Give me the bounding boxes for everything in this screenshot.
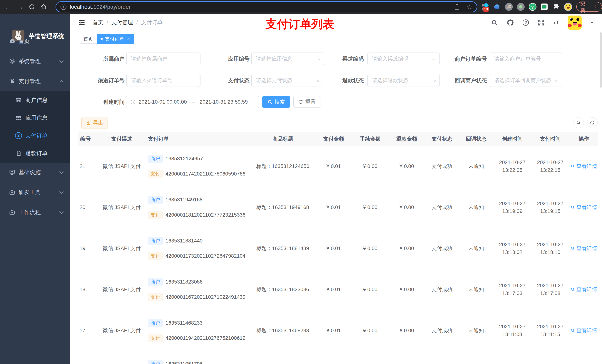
help-icon[interactable]: ? <box>523 20 529 26</box>
merchant-order-no-input[interactable] <box>490 52 562 65</box>
cell-create-time: 2021-10-27 13:17:03 <box>493 269 531 310</box>
channel-order-no-input[interactable] <box>127 74 201 87</box>
dashboard-icon <box>9 38 16 45</box>
cell-pay-status: 支付成功 <box>425 146 459 187</box>
fullscreen-icon[interactable] <box>538 19 545 26</box>
avatar-caret-icon[interactable] <box>590 22 594 25</box>
cell-create-time: 2021-10-27 13:11:08 <box>493 310 531 351</box>
extensions-puzzle-icon[interactable] <box>552 3 560 11</box>
pay-order-no: 4200001174202110278060590766 <box>165 171 246 177</box>
toggle-search-button[interactable] <box>573 117 584 128</box>
sidebar-item-pay-order[interactable]: ¥ 支付订单 <box>0 127 70 145</box>
cell-actions: 查看详情 <box>569 269 598 310</box>
refresh-button[interactable] <box>587 117 598 128</box>
merchant-order-no: 1635311051796 <box>165 361 203 364</box>
search-icon[interactable] <box>491 19 498 26</box>
tab-pay-order[interactable]: 支付订单 × <box>97 34 134 44</box>
cell-fee: ¥ 0.00 <box>352 187 389 228</box>
cell-amount: ¥ 0.01 <box>316 269 352 310</box>
yen-circle-icon: ¥ <box>15 132 22 139</box>
export-button[interactable]: 导出 <box>81 117 108 129</box>
browser-forward-button[interactable]: → <box>15 2 25 12</box>
sidebar-item-refund-order[interactable]: 退款订单 <box>0 145 70 162</box>
extension-kite-icon[interactable] <box>493 3 501 11</box>
cell-notify-status: 未通知 <box>459 187 493 228</box>
yen-icon: ¥ <box>9 77 16 85</box>
sidebar-item-payment[interactable]: ¥ 支付管理 <box>0 71 70 91</box>
view-detail-link[interactable]: 查看详情 <box>570 245 597 252</box>
reset-button[interactable]: 重置 <box>293 96 321 108</box>
annotation-title: 支付订单列表 <box>257 16 343 32</box>
share-icon[interactable] <box>454 3 460 10</box>
browser-reload-icon[interactable] <box>27 2 37 12</box>
scrollbar-thumb[interactable] <box>600 32 602 88</box>
extension-y-icon[interactable]: y <box>529 3 537 11</box>
sidebar-item-dev-tools[interactable]: 研发工具 <box>0 182 70 202</box>
chevron-down-icon <box>59 190 64 194</box>
sidebar-item-system[interactable]: 系统管理 <box>0 51 70 71</box>
col-refund: 退款金额 <box>389 132 425 146</box>
create-time-range-input[interactable]: 2021-10-01 00:00:00 - 2021-10-31 23:59:5… <box>126 96 259 108</box>
browser-menu-dots-icon[interactable]: ⋮ <box>592 4 598 10</box>
tab-close-icon[interactable]: × <box>127 36 130 42</box>
callback-status-label: 回调商户状态 <box>441 74 487 87</box>
view-detail-link[interactable]: 查看详情 <box>570 204 597 211</box>
user-avatar[interactable] <box>568 16 582 30</box>
extension-chat-icon[interactable] <box>540 3 548 11</box>
cell-id: 20 <box>78 187 95 228</box>
site-info-icon[interactable]: i <box>61 4 66 10</box>
view-detail-link[interactable]: 查看详情 <box>570 286 597 293</box>
cell-pay-order: 商户 1635311881440 支付 42000011732021102728… <box>148 228 250 269</box>
extension-sketch-icon[interactable]: 10 <box>481 3 489 11</box>
cell-pay-time: 2021-10-27 13:18:10 <box>531 228 569 269</box>
channel-code-select[interactable] <box>367 52 440 65</box>
cell-pay-order: 商户 1635312124657 支付 42000011742021102780… <box>148 146 250 187</box>
breadcrumb-home[interactable]: 首页 <box>93 19 103 26</box>
cell-create-time <box>493 351 531 364</box>
browser-update-button[interactable]: 更新⋮ <box>576 2 602 12</box>
github-icon[interactable] <box>507 19 514 26</box>
merchant-order-no: 1635312124657 <box>165 156 203 162</box>
pay-order-no: 4200001173202110272847982104 <box>165 253 246 259</box>
bookmark-star-icon[interactable]: ☆ <box>466 3 472 11</box>
callback-status-select[interactable] <box>490 74 562 87</box>
merchant-order-no: 1635311823086 <box>165 279 203 285</box>
merchant-tag: 商户 <box>148 155 162 163</box>
refund-status-select[interactable] <box>367 74 440 87</box>
sidebar-item-home[interactable]: 首页 <box>0 31 70 51</box>
extension-emoji-icon[interactable] <box>564 3 572 11</box>
browser-back-button[interactable]: ← <box>3 2 13 12</box>
cell-refund: ¥ 0.00 <box>389 187 425 228</box>
merchant-input[interactable] <box>127 52 201 65</box>
browser-toolbar: ← → i localhost:1024/pay/order ☆ 10 ⌘ y <box>0 0 602 14</box>
tab-home[interactable]: 首页 <box>80 34 97 44</box>
col-id: 编号 <box>78 132 95 146</box>
date-start: 2021-10-01 00:00:00 <box>139 99 187 105</box>
font-size-icon[interactable]: TT <box>553 20 559 26</box>
merchant-tag: 商户 <box>148 360 162 364</box>
sidebar-item-workflow[interactable]: 工作流程 <box>0 202 70 222</box>
browser-home-icon[interactable] <box>39 2 49 12</box>
app-no-select[interactable] <box>251 52 324 65</box>
breadcrumb-payment[interactable]: 支付管理 <box>111 19 133 26</box>
extension-command-icon[interactable]: ⌘ <box>505 3 513 11</box>
col-pay-status: 支付状态 <box>425 132 459 146</box>
sidebar-item-infrastructure[interactable]: 基础设施 <box>0 162 70 182</box>
extension-grey-dot-icon[interactable] <box>517 3 525 11</box>
sidebar-item-app-info[interactable]: 应用信息 <box>0 109 70 127</box>
sidebar-fold-icon[interactable] <box>78 19 86 27</box>
topbar: 首页 / 支付管理 / 支付订单 支付订单列表 ? TT <box>70 14 602 31</box>
extensions-area: 10 ⌘ y 更新⋮ <box>481 0 602 14</box>
sidebar-item-merchant-info[interactable]: 商户信息 <box>0 91 70 109</box>
view-detail-link[interactable]: 查看详情 <box>570 163 597 170</box>
cell-refund: ¥ 0.00 <box>389 269 425 310</box>
active-tab-dot <box>100 38 103 40</box>
chevron-down-icon <box>59 59 64 63</box>
address-bar[interactable]: i localhost:1024/pay/order ☆ <box>55 1 477 12</box>
cell-amount: ¥ 0.01 <box>316 310 352 351</box>
app-window: 芋道管理系统 首页 系统管理 ¥ 支付管理 商户信息 <box>0 14 602 364</box>
cell-channel: 微信 JSAPI 支付 <box>95 310 148 351</box>
search-button[interactable]: 搜索 <box>262 96 290 108</box>
pay-status-select[interactable] <box>251 74 324 87</box>
view-detail-link[interactable]: 查看详情 <box>570 327 597 334</box>
